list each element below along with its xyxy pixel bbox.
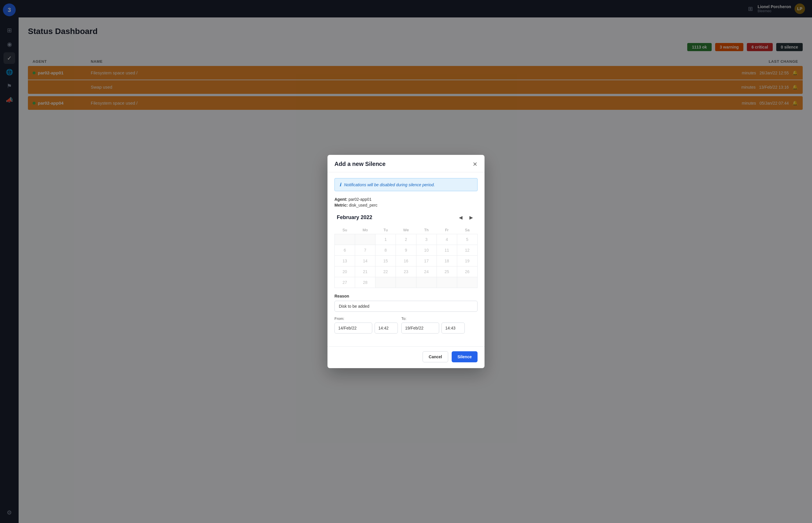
modal-body: ℹ Notifications will be disabled during …	[327, 172, 485, 346]
agent-value: par02-app01	[348, 197, 372, 202]
calendar-day[interactable]: 28	[355, 277, 376, 288]
day-header-su: Su	[335, 226, 355, 234]
calendar-day[interactable]: 12	[457, 245, 477, 256]
from-time-input[interactable]	[375, 323, 398, 333]
modal-overlay: Add a new Silence ✕ ℹ Notifications will…	[0, 0, 812, 523]
calendar-day[interactable]: 9	[396, 245, 416, 256]
calendar-day[interactable]: 25	[436, 267, 457, 277]
reason-input[interactable]	[334, 301, 478, 312]
from-inputs	[334, 323, 398, 333]
day-header-tu: Tu	[376, 226, 396, 234]
calendar-header: February 2022 ◀ ▶	[334, 213, 478, 221]
to-time-input[interactable]	[442, 323, 465, 333]
agent-info: Agent: par02-app01	[334, 197, 478, 202]
calendar-day[interactable]: 20	[335, 267, 355, 277]
calendar-day[interactable]: 17	[416, 256, 436, 267]
calendar-nav: ◀ ▶	[456, 213, 475, 221]
calendar-empty	[416, 277, 436, 288]
calendar-month: February 2022	[337, 214, 372, 220]
to-inputs	[401, 323, 465, 333]
calendar-day[interactable]: 22	[376, 267, 396, 277]
from-date-input[interactable]	[334, 323, 372, 333]
next-month-button[interactable]: ▶	[467, 213, 475, 221]
info-icon: ℹ	[340, 182, 341, 187]
calendar-grid: Su Mo Tu We Th Fr Sa 1234567891011121314…	[334, 226, 478, 288]
calendar-empty	[436, 277, 457, 288]
calendar-day[interactable]: 14	[355, 256, 376, 267]
calendar-day[interactable]: 8	[376, 245, 396, 256]
reason-group: Reason	[334, 294, 478, 312]
calendar-empty	[376, 277, 396, 288]
day-header-we: We	[396, 226, 416, 234]
day-header-th: Th	[416, 226, 436, 234]
calendar-day[interactable]: 19	[457, 256, 477, 267]
calendar-day[interactable]: 11	[436, 245, 457, 256]
meta-info: Agent: par02-app01 Metric: disk_used_per…	[334, 197, 478, 208]
day-header-fr: Fr	[436, 226, 457, 234]
calendar-day[interactable]: 1	[376, 234, 396, 245]
to-label: To:	[401, 317, 465, 321]
calendar-day[interactable]: 16	[396, 256, 416, 267]
calendar-day[interactable]: 13	[335, 256, 355, 267]
calendar-day[interactable]: 24	[416, 267, 436, 277]
calendar-day[interactable]: 6	[335, 245, 355, 256]
metric-info: Metric: disk_used_perc	[334, 203, 478, 208]
calendar-day[interactable]: 15	[376, 256, 396, 267]
to-group: To:	[401, 317, 465, 333]
silence-modal: Add a new Silence ✕ ℹ Notifications will…	[327, 155, 485, 368]
calendar-empty	[457, 277, 477, 288]
prev-month-button[interactable]: ◀	[456, 213, 465, 221]
date-row: From: To:	[334, 317, 478, 333]
calendar-day[interactable]: 3	[416, 234, 436, 245]
calendar-day[interactable]: 23	[396, 267, 416, 277]
calendar-day[interactable]: 10	[416, 245, 436, 256]
calendar-empty	[396, 277, 416, 288]
calendar-day[interactable]: 5	[457, 234, 477, 245]
info-text: Notifications will be disabled during si…	[344, 182, 435, 187]
calendar: February 2022 ◀ ▶ Su Mo Tu We Th	[334, 213, 478, 288]
metric-value: disk_used_perc	[349, 203, 378, 208]
reason-label: Reason	[334, 294, 478, 299]
cancel-button[interactable]: Cancel	[422, 351, 448, 362]
modal-footer: Cancel Silence	[327, 346, 485, 368]
calendar-empty	[355, 234, 376, 245]
calendar-empty	[335, 234, 355, 245]
day-header-sa: Sa	[457, 226, 477, 234]
close-button[interactable]: ✕	[472, 161, 478, 167]
calendar-day[interactable]: 18	[436, 256, 457, 267]
from-label: From:	[334, 317, 398, 321]
calendar-day[interactable]: 7	[355, 245, 376, 256]
silence-button[interactable]: Silence	[452, 351, 478, 362]
day-header-mo: Mo	[355, 226, 376, 234]
info-banner: ℹ Notifications will be disabled during …	[334, 178, 478, 191]
from-group: From:	[334, 317, 398, 333]
calendar-day[interactable]: 4	[436, 234, 457, 245]
calendar-day[interactable]: 2	[396, 234, 416, 245]
calendar-day[interactable]: 26	[457, 267, 477, 277]
to-date-input[interactable]	[401, 323, 439, 333]
modal-title: Add a new Silence	[334, 161, 386, 167]
modal-header: Add a new Silence ✕	[327, 155, 485, 172]
calendar-day[interactable]: 21	[355, 267, 376, 277]
calendar-day[interactable]: 27	[335, 277, 355, 288]
